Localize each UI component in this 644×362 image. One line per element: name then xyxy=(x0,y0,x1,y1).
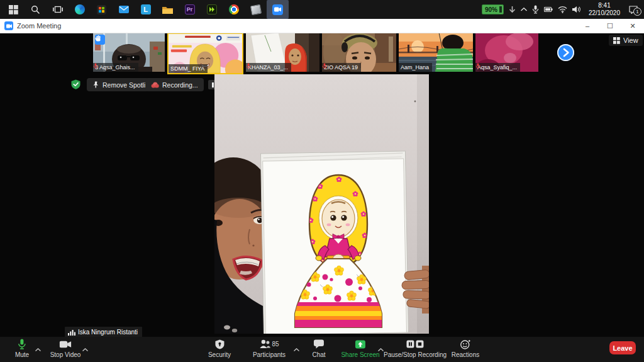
recording-indicator: Recording... xyxy=(145,78,204,91)
meeting-stage: 3 Aqsa_Ghais... xyxy=(0,33,644,337)
chrome-icon[interactable] xyxy=(223,0,245,19)
share-screen-icon xyxy=(355,340,366,349)
security-shield-icon xyxy=(215,339,225,349)
recording-cloud-icon xyxy=(151,82,159,88)
speaker-name-tag: Iska Ningrum Ristanti xyxy=(65,327,142,337)
speaker-icon[interactable] xyxy=(572,6,581,13)
edge-icon[interactable] xyxy=(69,0,91,19)
tray-battery-icon[interactable] xyxy=(544,6,553,13)
l-app-icon[interactable]: L xyxy=(135,0,157,19)
maximize-button[interactable]: ☐ xyxy=(599,19,621,33)
participant-name-label: Aqsa_Syafiq_... xyxy=(475,63,520,72)
date-label: 22/10/2020 xyxy=(589,9,620,17)
zoom-camera-icon xyxy=(4,21,13,30)
battery-percent-indicator[interactable]: 90% xyxy=(482,4,504,14)
premiere-pro-icon[interactable]: Pr xyxy=(179,0,201,19)
close-button[interactable]: ✕ xyxy=(621,19,644,33)
mute-button[interactable]: Mute xyxy=(15,339,29,358)
participant-thumbnail[interactable]: 3 Aqsa_Ghais... xyxy=(93,33,165,72)
muted-mic-icon xyxy=(93,63,138,72)
tray-microphone-icon[interactable] xyxy=(532,5,539,14)
task-view-icon[interactable] xyxy=(47,0,69,19)
participant-thumbnail[interactable]: Aqsa_Syafiq_... xyxy=(475,33,538,72)
video-options-chevron[interactable] xyxy=(82,342,88,354)
spotlight-pin-icon xyxy=(92,81,99,88)
participant-name-label: 3 Aqsa_Ghais... xyxy=(93,63,138,72)
start-button-icon[interactable] xyxy=(3,0,25,19)
security-button[interactable]: Security xyxy=(208,339,231,358)
battery-percent-label: 90% xyxy=(485,6,497,13)
zoom-window-titlebar: Zoom Meeting – ☐ ✕ xyxy=(0,19,644,33)
taskbar-apps: L Pr xyxy=(0,0,289,19)
speaker-name: Iska Ningrum Ristanti xyxy=(78,329,138,336)
view-button[interactable]: View xyxy=(609,35,643,46)
zoom-meeting-screen: L Pr 90% xyxy=(0,0,644,362)
participants-icon xyxy=(259,339,270,349)
zoom-app-icon[interactable] xyxy=(267,0,289,19)
participant-name-label: ZIO AQSA 19 xyxy=(322,63,361,72)
muted-mic-icon xyxy=(475,63,520,72)
minimize-button[interactable]: – xyxy=(576,19,599,33)
participants-count: 85 xyxy=(272,341,279,348)
search-icon[interactable] xyxy=(25,0,47,19)
media-encoder-icon[interactable] xyxy=(201,0,223,19)
chat-bubble-icon xyxy=(314,339,325,349)
participant-thumbnail[interactable]: Aam_Hana xyxy=(399,33,473,72)
participant-thumbnail[interactable]: ZIO AQSA 19 xyxy=(322,33,396,72)
store-icon[interactable] xyxy=(91,0,113,19)
mail-icon[interactable] xyxy=(113,0,135,19)
grid-view-icon xyxy=(613,37,620,44)
recording-label: Recording... xyxy=(162,81,198,89)
reactions-label: Reactions xyxy=(452,351,479,358)
meeting-toolbar: Mute Stop Video Security 85 Participants xyxy=(0,337,644,362)
next-videos-arrow-button[interactable] xyxy=(557,44,574,61)
share-options-chevron[interactable] xyxy=(378,342,384,354)
mute-label: Mute xyxy=(15,351,29,358)
reactions-smiley-icon xyxy=(460,339,471,349)
view-label: View xyxy=(623,37,638,44)
notification-badge: 1 xyxy=(633,8,641,16)
participant-name-label: Aam_Hana xyxy=(399,63,432,72)
encryption-shield-icon[interactable] xyxy=(71,79,80,89)
participants-options-chevron[interactable] xyxy=(294,342,299,354)
file-explorer-icon[interactable] xyxy=(157,0,179,19)
pause-stop-recording-button[interactable]: Pause/Stop Recording xyxy=(384,339,447,358)
tray-chevron-icon[interactable] xyxy=(521,8,527,11)
muted-mic-icon xyxy=(246,63,291,72)
pause-stop-recording-icon xyxy=(406,340,424,348)
participants-button[interactable]: 85 Participants xyxy=(253,339,286,358)
reactions-button[interactable]: Reactions xyxy=(452,339,479,358)
muted-mic-icon xyxy=(322,63,361,72)
window-title: Zoom Meeting xyxy=(17,22,61,30)
spotlight-video xyxy=(214,74,429,334)
stop-video-label: Stop Video xyxy=(50,351,81,358)
chat-button[interactable]: Chat xyxy=(312,339,325,358)
premiere-glyph: Pr xyxy=(185,4,195,14)
taskbar-tray: 90% 8:41 22/10/2020 xyxy=(482,0,644,19)
wifi-icon[interactable] xyxy=(558,6,567,13)
notepad-icon[interactable] xyxy=(245,0,267,19)
chat-label: Chat xyxy=(312,351,325,358)
microphone-icon xyxy=(18,339,26,349)
action-center-icon[interactable]: 1 xyxy=(628,4,639,14)
participant-name-label: SDMM_ FIYA xyxy=(169,64,208,73)
participant-thumbnail-active[interactable]: SDMM_ FIYA xyxy=(167,33,243,74)
download-arrow-icon[interactable] xyxy=(509,6,516,13)
audio-level-icon xyxy=(68,329,75,336)
l-app-glyph: L xyxy=(141,4,151,14)
security-label: Security xyxy=(208,351,231,358)
share-screen-label: Share Screen xyxy=(341,351,379,358)
raised-hand-icon xyxy=(95,35,105,45)
pause-stop-recording-label: Pause/Stop Recording xyxy=(384,351,447,358)
clock[interactable]: 8:41 22/10/2020 xyxy=(586,2,623,17)
participant-name-label: KHANZA_03_... xyxy=(246,63,291,72)
windows-taskbar: L Pr 90% xyxy=(0,0,644,19)
share-screen-button[interactable]: Share Screen xyxy=(341,339,379,358)
leave-button[interactable]: Leave xyxy=(609,341,636,354)
spotlight-video-frame xyxy=(214,74,429,334)
video-camera-icon xyxy=(60,341,72,348)
participant-thumbnail[interactable]: KHANZA_03_... xyxy=(246,33,319,72)
participants-label: Participants xyxy=(253,351,286,358)
mute-options-chevron[interactable] xyxy=(35,342,41,354)
stop-video-button[interactable]: Stop Video xyxy=(50,339,81,358)
